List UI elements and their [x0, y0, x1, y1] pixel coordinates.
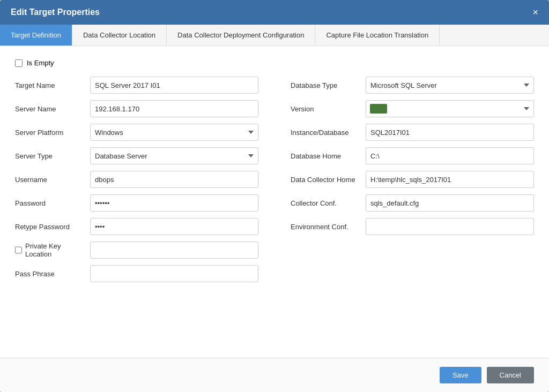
close-button[interactable]: ×: [532, 7, 538, 17]
private-key-label: Private Key Location: [15, 242, 85, 258]
retype-password-row: Retype Password: [15, 218, 258, 235]
collector-conf-input[interactable]: [366, 194, 534, 212]
save-button[interactable]: Save: [440, 367, 481, 383]
tab-capture-file-location[interactable]: Capture File Location Translation: [315, 25, 440, 46]
retype-password-label: Retype Password: [15, 223, 85, 231]
cancel-button[interactable]: Cancel: [487, 367, 534, 383]
username-row: Username: [15, 171, 258, 188]
password-input[interactable]: [90, 194, 258, 212]
version-row: Version: [291, 100, 534, 117]
right-form-section: Database Type Microsoft SQL Server Oracl…: [291, 77, 534, 282]
is-empty-checkbox[interactable]: [15, 59, 23, 67]
server-type-label: Server Type: [15, 152, 85, 160]
version-label: Version: [291, 105, 360, 113]
database-type-select[interactable]: Microsoft SQL Server Oracle MySQL: [366, 77, 534, 94]
data-collector-home-label: Data Collector Home: [291, 176, 360, 184]
tab-target-definition[interactable]: Target Definition: [0, 25, 72, 46]
modal-footer: Save Cancel: [0, 358, 549, 392]
database-home-row: Database Home: [291, 147, 534, 164]
private-key-checkbox[interactable]: [15, 246, 22, 254]
modal-body: Is Empty Target Name Server Name Server …: [0, 46, 549, 358]
database-home-label: Database Home: [291, 152, 360, 160]
left-form-section: Target Name Server Name Server Platform …: [15, 77, 258, 282]
data-collector-home-row: Data Collector Home: [291, 171, 534, 188]
is-empty-label: Is Empty: [27, 59, 54, 67]
username-input[interactable]: [90, 171, 258, 188]
target-name-input[interactable]: [90, 77, 258, 94]
server-platform-row: Server Platform Windows Linux: [15, 124, 258, 141]
tab-data-collector-location[interactable]: Data Collector Location: [72, 25, 167, 46]
collector-conf-row: Collector Conf.: [291, 194, 534, 212]
pass-phrase-label: Pass Phrase: [15, 270, 85, 278]
modal-title: Edit Target Properties: [11, 7, 100, 17]
private-key-input[interactable]: [90, 242, 258, 259]
database-home-input[interactable]: [366, 147, 534, 164]
database-type-row: Database Type Microsoft SQL Server Oracl…: [291, 77, 534, 94]
pass-phrase-row: Pass Phrase: [15, 265, 258, 282]
target-name-row: Target Name: [15, 77, 258, 94]
instance-db-input[interactable]: [366, 124, 534, 141]
tab-bar: Target Definition Data Collector Locatio…: [0, 25, 549, 46]
version-select[interactable]: [366, 100, 534, 117]
instance-db-row: Instance/Database: [291, 124, 534, 141]
pass-phrase-input[interactable]: [90, 265, 258, 282]
private-key-row: Private Key Location: [15, 242, 258, 259]
database-type-label: Database Type: [291, 81, 360, 89]
server-name-input[interactable]: [90, 100, 258, 117]
tab-data-collector-deployment[interactable]: Data Collector Deployment Configuration: [167, 25, 315, 46]
edit-target-properties-modal: Edit Target Properties × Target Definiti…: [0, 0, 549, 392]
environment-conf-row: Environment Conf.: [291, 218, 534, 235]
data-collector-home-input[interactable]: [366, 171, 534, 188]
instance-db-label: Instance/Database: [291, 129, 360, 137]
retype-password-input[interactable]: [90, 218, 258, 235]
server-type-row: Server Type Database Server File Server: [15, 147, 258, 164]
modal-header: Edit Target Properties ×: [0, 0, 549, 25]
version-select-wrapper: [366, 100, 534, 117]
environment-conf-input[interactable]: [366, 218, 534, 235]
server-type-select[interactable]: Database Server File Server: [90, 147, 258, 164]
environment-conf-label: Environment Conf.: [291, 223, 360, 231]
server-platform-label: Server Platform: [15, 129, 85, 137]
password-row: Password: [15, 194, 258, 212]
username-label: Username: [15, 176, 85, 184]
server-name-row: Server Name: [15, 100, 258, 117]
target-name-label: Target Name: [15, 81, 85, 89]
collector-conf-label: Collector Conf.: [291, 199, 360, 207]
password-label: Password: [15, 199, 85, 207]
form-grid: Target Name Server Name Server Platform …: [15, 77, 534, 282]
is-empty-row: Is Empty: [15, 59, 534, 67]
server-platform-select[interactable]: Windows Linux: [90, 124, 258, 141]
server-name-label: Server Name: [15, 105, 85, 113]
